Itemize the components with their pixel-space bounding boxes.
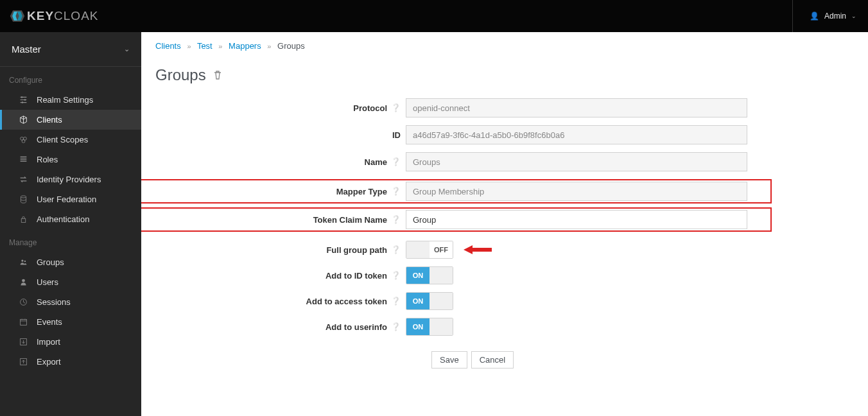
sidebar-item-import[interactable]: Import (0, 332, 141, 352)
help-icon[interactable]: ❔ (391, 322, 401, 331)
sidebar-item-client-scopes[interactable]: Client Scopes (0, 130, 141, 150)
svg-point-11 (21, 259, 23, 261)
cancel-button[interactable]: Cancel (471, 351, 514, 368)
highlight-mapper-type: Mapper Type❔ (141, 179, 772, 204)
svg-point-12 (24, 261, 25, 262)
mapper-form: Protocol❔ ID Name❔ Mapper Type❔ Token C (155, 98, 772, 368)
delete-icon[interactable] (213, 66, 223, 84)
sidebar-item-label: Realm Settings (37, 95, 93, 105)
chevron-down-icon: ⌄ (124, 45, 130, 53)
crumb-test[interactable]: Test (197, 41, 213, 51)
row-add-userinfo: Add to userinfo❔ ON (155, 318, 772, 336)
chevron-right-icon: » (187, 42, 191, 50)
crumb-mappers[interactable]: Mappers (229, 41, 261, 51)
calendar-icon (19, 318, 28, 326)
help-icon[interactable]: ❔ (391, 297, 401, 306)
sidebar-item-identity-providers[interactable]: Identity Providers (0, 169, 141, 189)
import-icon (19, 338, 28, 346)
help-icon[interactable]: ❔ (391, 271, 401, 280)
section-manage: Manage (0, 229, 141, 252)
user-icon: 👤 (810, 12, 819, 21)
token-claim-input[interactable] (406, 210, 747, 229)
sidebar-item-label: User Federation (37, 195, 96, 204)
sidebar-item-users[interactable]: Users (0, 272, 141, 292)
sidebar-item-user-federation[interactable]: User Federation (0, 189, 141, 209)
sidebar-item-label: Authentication (37, 214, 89, 224)
highlight-token-claim: Token Claim Name❔ (141, 207, 772, 232)
topbar: KEYCLOAK 👤 Admin ⌄ (0, 0, 868, 32)
row-add-id-token: Add to ID token❔ ON (155, 266, 772, 284)
sidebar-item-label: Clients (37, 115, 62, 125)
exchange-icon (19, 175, 28, 184)
chevron-right-icon: » (218, 42, 222, 50)
user-menu[interactable]: 👤 Admin ⌄ (792, 0, 856, 32)
content: Clients » Test » Mappers » Groups Groups… (141, 32, 868, 416)
group-icon (19, 258, 28, 266)
sidebar-item-realm-settings[interactable]: Realm Settings (0, 90, 141, 110)
save-button[interactable]: Save (431, 351, 467, 368)
svg-point-13 (22, 279, 25, 282)
sidebar-item-sessions[interactable]: Sessions (0, 292, 141, 312)
sidebar-item-clients[interactable]: Clients (0, 110, 141, 130)
sidebar-item-label: Import (37, 337, 60, 347)
nav-manage: Groups Users Sessions Events Import Expo… (0, 252, 141, 372)
chevron-right-icon: » (267, 42, 271, 50)
add-userinfo-toggle[interactable]: ON (406, 318, 453, 336)
add-access-token-toggle[interactable]: ON (406, 292, 453, 310)
row-id: ID (155, 125, 772, 144)
svg-rect-10 (21, 219, 26, 223)
sidebar-item-label: Users (37, 277, 58, 287)
mapper-type-input (406, 182, 747, 201)
export-icon (19, 358, 28, 366)
keycloak-logo-icon (9, 8, 26, 24)
svg-point-8 (22, 140, 25, 143)
crumb-clients[interactable]: Clients (155, 41, 181, 51)
user-name: Admin (824, 12, 846, 21)
sidebar-item-authentication[interactable]: Authentication (0, 209, 141, 229)
layers-icon (19, 135, 28, 144)
database-icon (19, 195, 28, 204)
svg-point-5 (21, 101, 22, 103)
sidebar-item-groups[interactable]: Groups (0, 252, 141, 272)
clock-icon (19, 298, 28, 306)
cube-icon (19, 116, 28, 124)
realm-selector[interactable]: Master ⌄ (0, 32, 141, 67)
help-icon[interactable]: ❔ (391, 215, 401, 224)
help-icon[interactable]: ❔ (391, 157, 401, 166)
sidebar-item-roles[interactable]: Roles (0, 150, 141, 169)
sidebar-item-label: Client Scopes (37, 135, 88, 144)
lock-icon (19, 215, 28, 223)
page-title: Groups (155, 66, 854, 84)
nav-configure: Realm Settings Clients Client Scopes Rol… (0, 90, 141, 229)
sidebar-item-label: Roles (37, 155, 58, 164)
crumb-current: Groups (277, 41, 305, 51)
svg-point-9 (21, 196, 26, 198)
row-full-group-path: Full group path❔ OFF (155, 241, 772, 259)
sidebar-item-label: Sessions (37, 297, 71, 307)
logo[interactable]: KEYCLOAK (9, 8, 99, 24)
realm-name: Master (12, 44, 41, 55)
help-icon[interactable]: ❔ (391, 245, 401, 254)
chevron-down-icon: ⌄ (851, 13, 856, 19)
list-icon (19, 155, 28, 164)
help-icon[interactable]: ❔ (391, 103, 401, 112)
form-buttons: Save Cancel (406, 351, 772, 368)
row-name: Name❔ (155, 152, 772, 171)
row-add-access-token: Add to access token❔ ON (155, 292, 772, 310)
sidebar-item-label: Export (37, 357, 61, 367)
svg-point-4 (24, 99, 25, 100)
help-icon[interactable]: ❔ (391, 187, 401, 196)
svg-point-3 (21, 96, 22, 98)
sidebar-item-events[interactable]: Events (0, 312, 141, 332)
row-protocol: Protocol❔ (155, 98, 772, 117)
svg-rect-15 (20, 319, 26, 325)
sidebar-item-export[interactable]: Export (0, 352, 141, 372)
user-icon (19, 278, 28, 286)
add-id-token-toggle[interactable]: ON (406, 266, 453, 284)
section-configure: Configure (0, 67, 141, 90)
sidebar-item-label: Groups (37, 257, 64, 267)
sidebar-item-label: Events (37, 317, 62, 327)
logo-text: KEYCLOAK (27, 9, 99, 23)
sidebar: Master ⌄ Configure Realm Settings Client… (0, 32, 141, 416)
full-group-path-toggle[interactable]: OFF (406, 241, 453, 259)
